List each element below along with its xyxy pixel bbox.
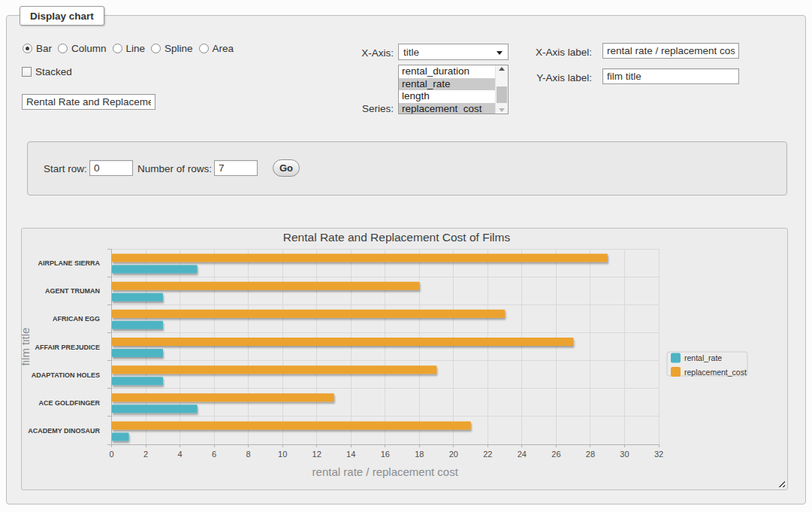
- start-row-input[interactable]: [89, 160, 133, 176]
- radio-area[interactable]: [199, 44, 209, 53]
- svg-text:22: 22: [483, 450, 492, 459]
- bar-chart: 02468101214161820222426283032AIRPLANE SI…: [22, 229, 787, 489]
- series-multiselect[interactable]: rental_duration rental_rate length repla…: [398, 65, 509, 114]
- series-option-rental-rate[interactable]: rental_rate: [399, 78, 508, 91]
- radio-area-label: Area: [213, 43, 234, 54]
- svg-text:ADAPTATION HOLES: ADAPTATION HOLES: [32, 371, 100, 379]
- svg-text:30: 30: [620, 450, 629, 459]
- fieldset-legend: Display chart: [20, 6, 104, 26]
- radio-spline-label: Spline: [165, 43, 193, 54]
- svg-text:AGENT TRUMAN: AGENT TRUMAN: [45, 287, 100, 295]
- series-scrollbar[interactable]: [495, 65, 508, 114]
- svg-text:2: 2: [143, 450, 148, 459]
- svg-text:8: 8: [246, 450, 251, 459]
- x-axis-label-label: X-Axis label:: [511, 47, 592, 58]
- svg-text:AIRPLANE SIERRA: AIRPLANE SIERRA: [38, 259, 100, 267]
- radio-bar[interactable]: [23, 44, 32, 53]
- radio-line[interactable]: [113, 44, 122, 53]
- scroll-thumb[interactable]: [497, 86, 507, 103]
- series-list-label: Series:: [315, 103, 394, 114]
- svg-text:32: 32: [654, 450, 663, 459]
- y-axis-label-input[interactable]: [602, 68, 739, 84]
- svg-text:12: 12: [312, 450, 321, 459]
- svg-text:AFRICAN EGG: AFRICAN EGG: [53, 315, 100, 323]
- series-option-rental-duration[interactable]: rental_duration: [399, 65, 508, 78]
- number-of-rows-input[interactable]: [214, 160, 258, 176]
- chart-type-radio-group: Bar Column Line Spline Area: [23, 43, 240, 54]
- go-button[interactable]: Go: [273, 159, 300, 177]
- svg-text:16: 16: [381, 450, 390, 459]
- svg-text:film title: film title: [22, 328, 32, 366]
- radio-column[interactable]: [58, 44, 68, 53]
- series-option-length[interactable]: length: [399, 90, 508, 103]
- svg-text:18: 18: [415, 450, 424, 459]
- svg-text:AFFAIR PREJUDICE: AFFAIR PREJUDICE: [35, 344, 100, 351]
- y-axis-label-label: Y-Axis label:: [511, 72, 592, 83]
- svg-text:28: 28: [586, 450, 595, 459]
- svg-text:24: 24: [518, 450, 527, 459]
- number-of-rows-label: Number of rows:: [137, 163, 212, 174]
- stacked-label: Stacked: [35, 66, 72, 77]
- svg-text:20: 20: [449, 450, 458, 459]
- svg-text:ACE GOLDFINGER: ACE GOLDFINGER: [38, 399, 100, 407]
- chart-title-input[interactable]: [22, 94, 155, 110]
- stacked-checkbox[interactable]: [22, 67, 32, 77]
- dropdown-arrow-icon: [497, 51, 503, 55]
- stacked-row: Stacked: [22, 66, 72, 77]
- x-axis-select-label: X-Axis:: [315, 47, 394, 59]
- radio-bar-label: Bar: [36, 43, 52, 54]
- x-axis-selected-value: title: [403, 47, 419, 58]
- start-row-label: Start row:: [44, 163, 87, 174]
- svg-text:rental_rate: rental_rate: [684, 353, 722, 362]
- radio-column-label: Column: [71, 43, 107, 54]
- scroll-down-icon[interactable]: [499, 108, 505, 112]
- svg-text:6: 6: [212, 450, 216, 459]
- radio-line-label: Line: [126, 43, 146, 54]
- scroll-up-icon[interactable]: [499, 67, 505, 71]
- svg-text:rental rate / replacement cost: rental rate / replacement cost: [312, 465, 459, 478]
- svg-text:ACADEMY DINOSAUR: ACADEMY DINOSAUR: [28, 427, 100, 435]
- svg-text:10: 10: [278, 450, 287, 459]
- series-option-replacement-cost[interactable]: replacement_cost: [399, 103, 508, 115]
- svg-text:26: 26: [551, 450, 560, 459]
- svg-text:Rental Rate and Replacement Co: Rental Rate and Replacement Cost of Film…: [283, 231, 511, 244]
- svg-text:4: 4: [178, 450, 183, 459]
- svg-text:0: 0: [109, 450, 113, 459]
- chart-panel: 02468101214161820222426283032AIRPLANE SI…: [21, 228, 788, 490]
- x-axis-select[interactable]: title: [398, 44, 509, 60]
- svg-text:replacement_cost: replacement_cost: [684, 368, 747, 377]
- svg-text:14: 14: [346, 450, 355, 459]
- x-axis-label-input[interactable]: [602, 43, 739, 59]
- radio-spline[interactable]: [151, 44, 161, 53]
